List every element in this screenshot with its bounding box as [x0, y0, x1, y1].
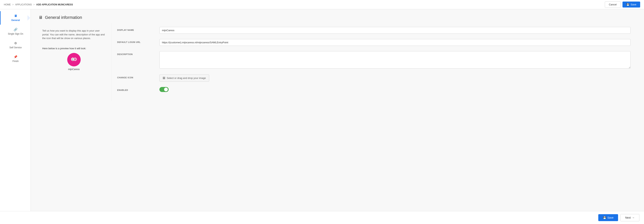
save-label-top: Save — [630, 3, 636, 6]
app-preview-name: mijnCaress — [68, 68, 80, 71]
login-url-label: DEFAULT LOGIN URL — [117, 39, 160, 43]
enabled-field — [160, 87, 630, 92]
save-button-top[interactable]: 💾 Save — [622, 2, 640, 8]
page-content: Tell us how you want to display this app… — [38, 23, 636, 117]
section-monitor-icon: 🖥 — [38, 15, 43, 20]
breadcrumb-applications[interactable]: APPLICATIONS — [15, 3, 32, 6]
next-button[interactable]: Next → — [620, 214, 640, 221]
sidebar-label-general: General — [11, 19, 20, 22]
layout: 🖥 General 🔗 Single Sign On ⚙ Self Servic… — [0, 9, 644, 224]
display-name-input[interactable] — [160, 27, 630, 34]
form-row-login-url: DEFAULT LOGIN URL — [117, 39, 630, 46]
sidebar-label-finish: Finish — [12, 60, 19, 63]
preview-label: Here below is a preview how it will look… — [42, 47, 106, 50]
form-row-display-name: DISPLAY NAME — [117, 27, 630, 34]
form-row-change-icon: CHANGE ICON 🖼 Select or drag and drop yo… — [117, 74, 630, 82]
app-icon-svg: 💬 — [70, 56, 78, 63]
top-bar: HOME > APPLICATIONS > ADD APPLICATION MI… — [0, 0, 644, 9]
sidebar-item-wrapper-general: 🖥 General — [0, 11, 30, 25]
svg-text:💬: 💬 — [72, 58, 75, 61]
finish-icon: 📌 — [14, 55, 18, 59]
sidebar: 🖥 General 🔗 Single Sign On ⚙ Self Servic… — [0, 9, 31, 224]
display-name-field — [160, 27, 630, 34]
right-col: DISPLAY NAME DEFAULT LOGIN URL DESCRIPTI… — [112, 23, 636, 101]
main-content: 🖥 General information Tell us how you wa… — [31, 9, 644, 224]
selfservice-icon: ⚙ — [14, 41, 17, 45]
cancel-button-top[interactable]: Cancel — [605, 1, 620, 8]
next-label: Next — [625, 216, 631, 219]
monitor-icon: 🖥 — [14, 14, 17, 18]
breadcrumb-sep2: > — [33, 3, 34, 6]
sidebar-item-finish[interactable]: 📌 Finish — [0, 52, 30, 66]
login-url-field — [160, 39, 630, 46]
sidebar-item-sso[interactable]: 🔗 Single Sign On — [0, 25, 30, 38]
app-preview: 💬 mijnCaress — [42, 53, 106, 71]
description-label: DESCRIPTION — [117, 51, 160, 55]
sidebar-item-selfservice[interactable]: ⚙ Self Service — [0, 38, 30, 52]
breadcrumb-sep1: > — [12, 3, 14, 6]
breadcrumb-current: ADD APPLICATION MIJNCARESS — [36, 3, 73, 6]
description-text: Tell us how you want to display this app… — [42, 29, 106, 40]
description-field — [160, 51, 630, 69]
sso-icon: 🔗 — [14, 28, 18, 31]
form-row-description: DESCRIPTION — [117, 51, 630, 69]
next-arrow-icon: → — [632, 216, 634, 219]
display-name-label: DISPLAY NAME — [117, 27, 160, 31]
toggle-slider — [160, 87, 169, 92]
save-icon-top: 💾 — [626, 3, 630, 6]
enabled-toggle[interactable] — [160, 87, 169, 92]
change-icon-field: 🖼 Select or drag and drop your image — [160, 74, 630, 82]
enabled-label: ENABLED — [117, 87, 160, 91]
description-textarea[interactable] — [160, 51, 630, 68]
section-title: 🖥 General information — [38, 15, 636, 20]
sidebar-label-selfservice: Self Service — [10, 46, 22, 49]
save-button-bottom[interactable]: 💾 Save — [598, 214, 618, 221]
form-row-enabled: ENABLED — [117, 87, 630, 92]
sidebar-label-sso: Single Sign On — [8, 33, 23, 35]
bottom-bar: 💾 Save Next → — [0, 211, 644, 224]
page-title: General information — [45, 15, 82, 20]
top-actions: Cancel 💾 Save — [605, 1, 640, 8]
change-icon-label: CHANGE ICON — [117, 74, 160, 79]
left-col: Tell us how you want to display this app… — [38, 23, 112, 101]
save-label-bottom: Save — [607, 216, 614, 219]
breadcrumb-home[interactable]: HOME — [4, 3, 11, 6]
app-icon: 💬 — [67, 53, 81, 66]
login-url-input[interactable] — [160, 39, 630, 46]
breadcrumb: HOME > APPLICATIONS > ADD APPLICATION MI… — [4, 3, 73, 6]
save-icon-bottom: 💾 — [603, 216, 606, 219]
upload-area[interactable]: 🖼 Select or drag and drop your image — [160, 74, 209, 82]
sidebar-item-general[interactable]: 🖥 General — [0, 11, 30, 25]
image-icon: 🖼 — [163, 77, 165, 79]
upload-label: Select or drag and drop your image — [167, 77, 206, 79]
